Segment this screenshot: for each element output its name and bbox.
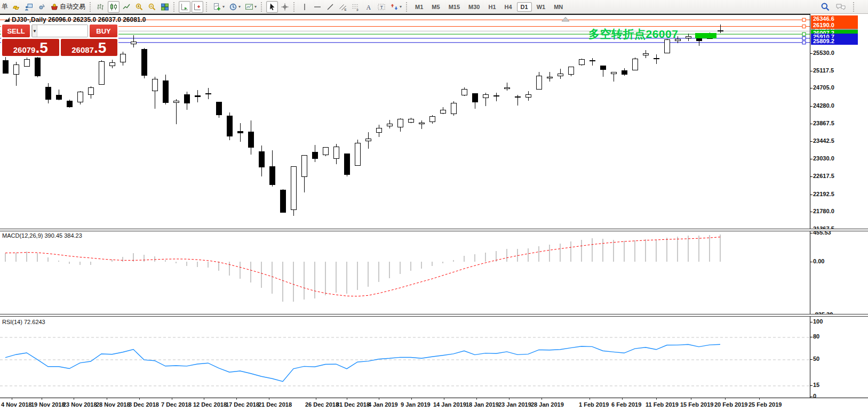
time-axis-label: 18 Jan 2019: [466, 401, 499, 408]
equidistant-channel-icon: E: [339, 3, 347, 11]
time-axis-label: 28 Jan 2019: [531, 401, 564, 408]
candlestick-chart-icon: [109, 3, 118, 11]
zoom-in-button[interactable]: [133, 1, 145, 13]
auto-scroll-button[interactable]: [179, 1, 190, 13]
time-axis-label: 23 Nov 2018: [63, 401, 97, 408]
signals-icon: [37, 3, 46, 11]
time-axis-tick: [509, 398, 509, 400]
buy-price-display[interactable]: 26087 .5: [61, 39, 118, 56]
trendline-tool[interactable]: [324, 1, 336, 13]
chart-annotation-text: 多空转折点26007: [588, 27, 678, 42]
sell-price-main: 26079: [13, 45, 36, 55]
text-tool[interactable]: A: [363, 1, 375, 13]
chart-shift-marker[interactable]: [561, 17, 570, 22]
svg-text:A: A: [367, 3, 371, 11]
strategy-tester-button[interactable]: [23, 1, 35, 13]
periods-button[interactable]: ▾: [227, 1, 242, 13]
timeframe-m15[interactable]: M15: [445, 2, 464, 12]
main-toolbar: 单 自动交易 ▾ ▾ ▾: [0, 0, 868, 14]
time-axis[interactable]: 4 Nov 201819 Nov 201823 Nov 201828 Nov 2…: [0, 398, 868, 412]
pane-resizer-macd[interactable]: [0, 229, 868, 231]
time-axis-tick: [269, 398, 269, 400]
time-axis-label: 9 Jan 2019: [401, 401, 431, 408]
rsi-line: [5, 344, 720, 381]
sell-button[interactable]: SELL: [2, 25, 30, 37]
time-axis-tick: [411, 398, 412, 400]
price-axis-label: 25530.0: [813, 50, 834, 56]
horizontal-line-tool[interactable]: [312, 1, 323, 13]
periods-clock-icon: [229, 3, 237, 11]
time-axis-label: 7 Dec 2018: [161, 401, 192, 408]
time-axis-tick: [476, 398, 477, 400]
autotrading-button[interactable]: 自动交易: [49, 1, 87, 13]
crosshair-button[interactable]: [279, 1, 291, 13]
vertical-line-icon: [300, 3, 309, 11]
macd-histogram: [5, 235, 720, 302]
time-axis-label: 25 Feb 2019: [748, 401, 782, 408]
time-axis-tick: [204, 398, 204, 400]
templates-icon: [245, 3, 253, 11]
time-axis-label: 28 Nov 2018: [96, 401, 130, 408]
search-icon[interactable]: [821, 2, 830, 12]
timeframe-mn[interactable]: MN: [550, 2, 567, 12]
timeframe-h4[interactable]: H4: [501, 2, 516, 12]
time-axis-label: 26 Dec 2018: [305, 401, 339, 408]
timeframe-w1[interactable]: W1: [533, 2, 550, 12]
menu-fragment[interactable]: 单: [1, 2, 9, 11]
time-axis-tick: [347, 398, 347, 400]
line-chart-button[interactable]: [121, 1, 132, 13]
gold-ingot-icon: [12, 3, 20, 11]
arrows-tool[interactable]: ▾: [388, 1, 403, 13]
arrows-icon: [390, 3, 399, 11]
text-label-tool[interactable]: T: [376, 1, 387, 13]
macd-label: MACD(12,26,9) 390.45 384.23: [2, 232, 82, 239]
chart-window[interactable]: [0, 14, 810, 398]
fibonacci-tool[interactable]: F: [350, 1, 362, 13]
channel-tool[interactable]: E: [337, 1, 349, 13]
macd-axis-label: 0.00: [813, 258, 824, 264]
indicators-button[interactable]: ▾: [211, 1, 226, 13]
timeframe-m30[interactable]: M30: [465, 2, 483, 12]
vertical-line-tool[interactable]: [299, 1, 310, 13]
candlestick-chart-button[interactable]: [108, 1, 120, 13]
auto-scroll-icon: [180, 3, 189, 11]
one-click-trading-panel: SELL ▼ ▲ BUY 26079 .5 26087 .5: [1, 23, 118, 57]
bar-chart-button[interactable]: [95, 1, 107, 13]
cursor-button[interactable]: [266, 1, 278, 13]
timeframe-h1[interactable]: H1: [484, 2, 499, 12]
timeframe-m5[interactable]: M5: [428, 2, 443, 12]
text-label-icon: T: [377, 3, 386, 11]
volume-input[interactable]: [37, 25, 88, 37]
toolbar-gripper[interactable]: [853, 2, 856, 12]
fibonacci-icon: F: [352, 3, 360, 11]
sell-price-display[interactable]: 26079 .5: [2, 39, 59, 56]
zoom-out-icon: [148, 3, 156, 11]
timeframe-m1[interactable]: M1: [411, 2, 427, 12]
templates-button[interactable]: ▾: [243, 1, 258, 13]
svg-text:T: T: [380, 4, 384, 10]
rsi-axis-label: 100: [813, 318, 823, 325]
chat-icon[interactable]: [835, 3, 846, 11]
chart-title: DJ30-,Daily 26096.0 26235.0 26037.0 2608…: [4, 16, 146, 23]
terminal-user-icon: [25, 3, 33, 11]
indicators-icon: [213, 3, 221, 11]
tile-windows-button[interactable]: [159, 1, 171, 13]
pane-resizer-rsi[interactable]: [0, 314, 868, 317]
chart-shift-button[interactable]: [192, 1, 203, 13]
signals-button[interactable]: [36, 1, 47, 13]
time-axis-label: 19 Nov 2018: [31, 401, 65, 408]
volume-decrease-button[interactable]: ▼: [32, 25, 37, 37]
price-axis[interactable]: 25530.025117.524705.024280.023867.523442…: [810, 14, 868, 398]
time-axis-tick: [541, 398, 542, 400]
buy-price-main: 26087: [71, 45, 94, 55]
zoom-out-button[interactable]: [146, 1, 158, 13]
toolbar-separator: [261, 2, 264, 12]
hline-price-label: 26190.0: [811, 22, 858, 29]
new-order-button[interactable]: [10, 1, 22, 13]
toolbar-separator: [406, 2, 409, 12]
crosshair-icon: [281, 3, 289, 11]
timeframe-d1[interactable]: D1: [517, 2, 532, 12]
time-axis-tick: [379, 398, 379, 400]
buy-button[interactable]: BUY: [90, 25, 117, 37]
time-axis-label: 11 Feb 2019: [646, 401, 679, 408]
